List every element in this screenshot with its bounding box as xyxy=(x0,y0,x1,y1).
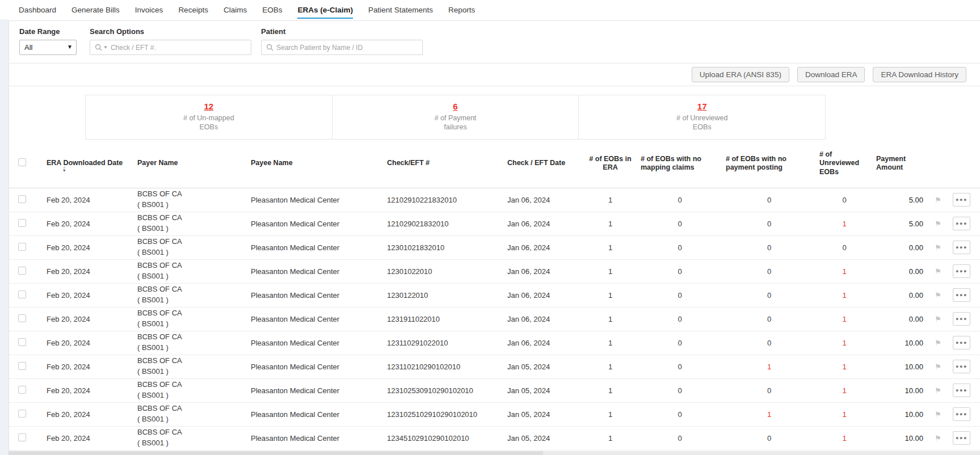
era-downloaded-date-cell: Feb 20, 2024 xyxy=(36,259,134,283)
era-downloaded-date-cell: Feb 20, 2024 xyxy=(36,402,134,426)
search-icon xyxy=(95,44,102,51)
unreviewed-eobs-cell[interactable]: 1 xyxy=(816,331,873,355)
row-checkbox[interactable] xyxy=(18,219,26,227)
header-actions-column xyxy=(949,140,980,188)
patient-search-field[interactable] xyxy=(261,40,423,55)
payment-failures-count-link[interactable]: 6 xyxy=(453,102,457,111)
chevron-down-icon[interactable]: ▼ xyxy=(103,45,108,50)
row-actions-button[interactable]: ●●● xyxy=(953,264,970,278)
unreviewed-eobs-cell[interactable]: 1 xyxy=(816,307,873,331)
no-payment-posting-cell: 0 xyxy=(722,378,816,402)
payee-name-cell: Pleasanton Medical Center xyxy=(247,307,384,331)
unreviewed-eobs-cell[interactable]: 1 xyxy=(816,259,873,283)
header-payee-name[interactable]: Payee Name xyxy=(247,140,384,188)
payer-name-cell: BCBS OF CA( BS001 ) xyxy=(134,402,247,426)
header-no-mapping-claims[interactable]: # of EOBs with no mapping claims xyxy=(637,140,722,188)
nav-tab-invoices[interactable]: Invoices xyxy=(135,1,163,19)
flag-icon[interactable]: ⚑ xyxy=(935,339,941,347)
nav-tab-patient-statements[interactable]: Patient Statements xyxy=(368,1,433,19)
flag-icon[interactable]: ⚑ xyxy=(935,363,941,371)
unreviewed-eobs-cell[interactable]: 1 xyxy=(816,378,873,402)
nav-tab-dashboard[interactable]: Dashboard xyxy=(19,1,56,19)
flag-icon[interactable]: ⚑ xyxy=(935,243,941,252)
unreviewed-eobs-cell[interactable]: 1 xyxy=(816,212,873,235)
unreviewed-eobs-cell[interactable]: 1 xyxy=(816,355,873,378)
check-eft-search-input[interactable] xyxy=(111,44,246,52)
scrollbar-thumb[interactable] xyxy=(9,451,543,455)
nav-tab-eobs[interactable]: EOBs xyxy=(262,1,282,19)
row-actions-button[interactable]: ●●● xyxy=(953,360,970,373)
row-checkbox[interactable] xyxy=(18,290,26,298)
flag-icon[interactable]: ⚑ xyxy=(935,196,941,204)
unreviewed-eobs-cell[interactable]: 1 xyxy=(816,402,873,426)
patient-search-input[interactable] xyxy=(276,44,418,52)
unreviewed-eobs-cell[interactable]: 1 xyxy=(816,426,873,450)
row-checkbox[interactable] xyxy=(18,386,26,394)
table-row: Feb 20, 2024 BCBS OF CA( BS001 ) Pleasan… xyxy=(9,355,980,378)
era-downloaded-date-cell: Feb 20, 2024 xyxy=(36,378,134,402)
header-era-downloaded-date[interactable]: ERA Downloaded Date ▲▼ xyxy=(36,140,134,188)
flag-icon[interactable]: ⚑ xyxy=(935,386,941,395)
flag-icon[interactable]: ⚑ xyxy=(935,410,941,419)
row-checkbox[interactable] xyxy=(18,362,26,370)
flag-icon[interactable]: ⚑ xyxy=(935,315,941,323)
header-check-eft[interactable]: Check/EFT # xyxy=(384,140,504,188)
nav-tab-generate-bills[interactable]: Generate Bills xyxy=(71,1,120,19)
row-checkbox[interactable] xyxy=(18,243,26,251)
flag-icon[interactable]: ⚑ xyxy=(935,267,941,276)
flag-icon[interactable]: ⚑ xyxy=(935,291,941,300)
payment-amount-cell: 5.00 xyxy=(873,188,927,212)
horizontal-scrollbar[interactable] xyxy=(9,451,980,455)
upload-era-button[interactable]: Upload ERA (ANSI 835) xyxy=(692,67,789,82)
header-unreviewed-eobs[interactable]: # of Unreviewed EOBs xyxy=(816,140,873,188)
nav-tab-claims[interactable]: Claims xyxy=(224,1,247,19)
row-actions-button[interactable]: ●●● xyxy=(953,407,970,421)
header-payer-name[interactable]: Payer Name xyxy=(134,140,247,188)
nav-tab-reports[interactable]: Reports xyxy=(448,1,475,19)
era-downloaded-date-cell: Feb 20, 2024 xyxy=(36,212,134,235)
unmapped-eobs-count-link[interactable]: 12 xyxy=(204,102,213,111)
no-payment-posting-cell: 0 xyxy=(722,235,816,259)
row-checkbox[interactable] xyxy=(18,433,26,441)
row-actions-button[interactable]: ●●● xyxy=(953,217,970,230)
select-all-checkbox[interactable] xyxy=(18,158,26,166)
date-range-select[interactable]: All xyxy=(19,40,77,55)
unreviewed-eobs-cell[interactable]: 1 xyxy=(816,283,873,307)
download-era-button[interactable]: Download ERA xyxy=(797,67,865,82)
row-actions-button[interactable]: ●●● xyxy=(953,241,970,254)
flag-icon[interactable]: ⚑ xyxy=(935,434,941,443)
check-eft-date-cell: Jan 05, 2024 xyxy=(504,355,583,378)
table-row: Feb 20, 2024 BCBS OF CA( BS001 ) Pleasan… xyxy=(9,402,980,426)
row-checkbox[interactable] xyxy=(18,410,26,418)
row-actions-button[interactable]: ●●● xyxy=(953,336,970,349)
payment-failures-card: 6 # of Paymentfailures xyxy=(333,95,579,139)
nav-tab-eras-e-claim[interactable]: ERAs (e-Claim) xyxy=(297,1,353,19)
header-eobs-in-era[interactable]: # of EOBs in ERA xyxy=(583,140,637,188)
no-mapping-claims-cell: 0 xyxy=(637,426,722,450)
row-checkbox[interactable] xyxy=(18,338,26,346)
unreviewed-eobs-count-link[interactable]: 17 xyxy=(697,102,707,111)
check-eft-search-field[interactable]: ▼ xyxy=(90,40,251,55)
era-download-history-button[interactable]: ERA Download History xyxy=(873,67,966,82)
flag-icon[interactable]: ⚑ xyxy=(935,220,941,228)
no-mapping-claims-cell: 0 xyxy=(637,378,722,402)
unreviewed-eobs-cell[interactable]: 0 xyxy=(816,235,873,259)
no-mapping-claims-cell: 0 xyxy=(637,188,722,212)
header-no-payment-posting[interactable]: # of EOBs with no payment posting xyxy=(722,140,816,188)
row-checkbox[interactable] xyxy=(18,267,26,275)
unreviewed-eobs-cell[interactable]: 0 xyxy=(816,188,873,212)
sort-icon[interactable]: ▲▼ xyxy=(62,166,66,172)
row-actions-button[interactable]: ●●● xyxy=(953,431,970,445)
row-checkbox[interactable] xyxy=(18,314,26,322)
payee-name-cell: Pleasanton Medical Center xyxy=(247,426,384,450)
row-actions-button[interactable]: ●●● xyxy=(953,288,970,302)
row-actions-button[interactable]: ●●● xyxy=(953,193,970,207)
header-check-eft-date[interactable]: Check / EFT Date xyxy=(504,140,583,188)
row-actions-button[interactable]: ●●● xyxy=(953,384,970,397)
no-payment-posting-cell: 0 xyxy=(722,331,816,355)
header-payment-amount[interactable]: Payment Amount xyxy=(873,140,927,188)
row-actions-button[interactable]: ●●● xyxy=(953,312,970,326)
check-eft-cell: 12301021832010 xyxy=(384,235,504,259)
row-checkbox[interactable] xyxy=(18,195,26,203)
nav-tab-receipts[interactable]: Receipts xyxy=(178,1,208,19)
